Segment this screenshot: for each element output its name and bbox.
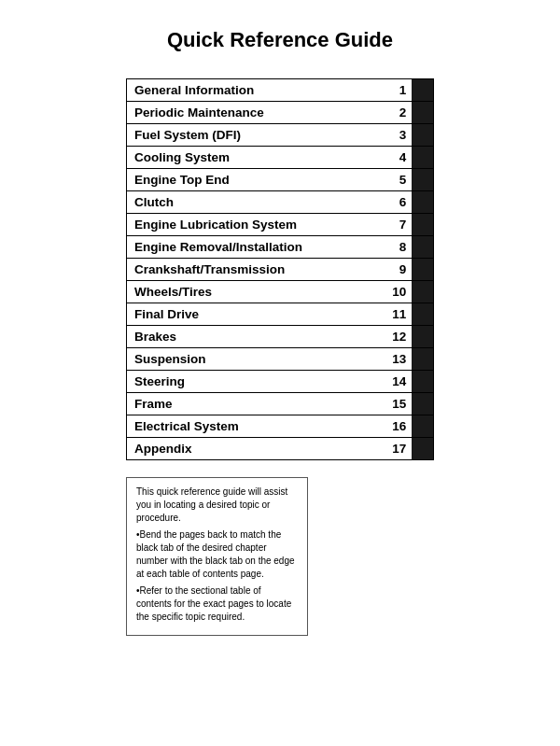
table-row: Wheels/Tires10 — [127, 281, 434, 303]
row-tab — [412, 169, 433, 191]
row-tab — [412, 393, 433, 415]
row-label: Crankshaft/Transmission — [127, 259, 383, 281]
row-tab — [412, 191, 433, 214]
row-number: 4 — [383, 147, 413, 169]
row-label: Suspension — [127, 348, 383, 371]
table-row: Final Drive11 — [127, 303, 434, 326]
row-number: 14 — [383, 371, 413, 393]
row-label: Cooling System — [127, 147, 383, 169]
row-number: 5 — [383, 169, 413, 191]
row-number: 16 — [383, 415, 413, 438]
row-tab — [412, 124, 433, 147]
table-row: Periodic Maintenance2 — [127, 102, 434, 124]
table-row: Suspension13 — [127, 348, 434, 371]
info-line2: •Bend the pages back to match the black … — [136, 528, 298, 581]
table-row: Engine Lubrication System7 — [127, 214, 434, 236]
row-label: Engine Lubrication System — [127, 214, 383, 236]
row-label: Appendix — [127, 438, 383, 460]
row-tab — [412, 259, 433, 281]
row-number: 6 — [383, 191, 413, 214]
row-label: General Information — [127, 79, 383, 102]
row-tab — [412, 415, 433, 438]
row-label: Final Drive — [127, 303, 383, 326]
table-row: Frame15 — [127, 393, 434, 415]
row-number: 8 — [383, 236, 413, 259]
row-label: Engine Top End — [127, 169, 383, 191]
row-number: 9 — [383, 259, 413, 281]
page-title: Quick Reference Guide — [167, 28, 393, 52]
table-row: Engine Top End5 — [127, 169, 434, 191]
row-label: Periodic Maintenance — [127, 102, 383, 124]
row-number: 7 — [383, 214, 413, 236]
row-label: Frame — [127, 393, 383, 415]
row-label: Wheels/Tires — [127, 281, 383, 303]
table-row: Cooling System4 — [127, 147, 434, 169]
row-number: 15 — [383, 393, 413, 415]
row-label: Engine Removal/Installation — [127, 236, 383, 259]
row-tab — [412, 236, 433, 259]
row-tab — [412, 79, 433, 102]
table-row: General Information1 — [127, 79, 434, 102]
row-tab — [412, 303, 433, 326]
row-number: 17 — [383, 438, 413, 460]
row-tab — [412, 348, 433, 371]
info-line3: •Refer to the sectional table of content… — [136, 584, 298, 624]
row-tab — [412, 371, 433, 393]
row-label: Fuel System (DFI) — [127, 124, 383, 147]
row-tab — [412, 102, 433, 124]
row-tab — [412, 147, 433, 169]
row-number: 13 — [383, 348, 413, 371]
table-row: Fuel System (DFI)3 — [127, 124, 434, 147]
row-tab — [412, 326, 433, 348]
row-label: Steering — [127, 371, 383, 393]
row-tab — [412, 214, 433, 236]
table-row: Brakes12 — [127, 326, 434, 348]
info-box: This quick reference guide will assist y… — [126, 477, 308, 636]
row-tab — [412, 438, 433, 460]
row-label: Brakes — [127, 326, 383, 348]
reference-table: General Information1Periodic Maintenance… — [126, 78, 434, 460]
table-row: Appendix17 — [127, 438, 434, 460]
row-label: Electrical System — [127, 415, 383, 438]
row-label: Clutch — [127, 191, 383, 214]
row-tab — [412, 281, 433, 303]
row-number: 1 — [383, 79, 413, 102]
row-number: 12 — [383, 326, 413, 348]
table-row: Steering14 — [127, 371, 434, 393]
info-line1: This quick reference guide will assist y… — [136, 486, 298, 525]
row-number: 3 — [383, 124, 413, 147]
table-row: Engine Removal/Installation8 — [127, 236, 434, 259]
row-number: 10 — [383, 281, 413, 303]
bottom-section: This quick reference guide will assist y… — [126, 477, 434, 636]
row-number: 2 — [383, 102, 413, 124]
table-row: Clutch6 — [127, 191, 434, 214]
row-number: 11 — [383, 303, 413, 326]
table-row: Crankshaft/Transmission9 — [127, 259, 434, 281]
table-row: Electrical System16 — [127, 415, 434, 438]
